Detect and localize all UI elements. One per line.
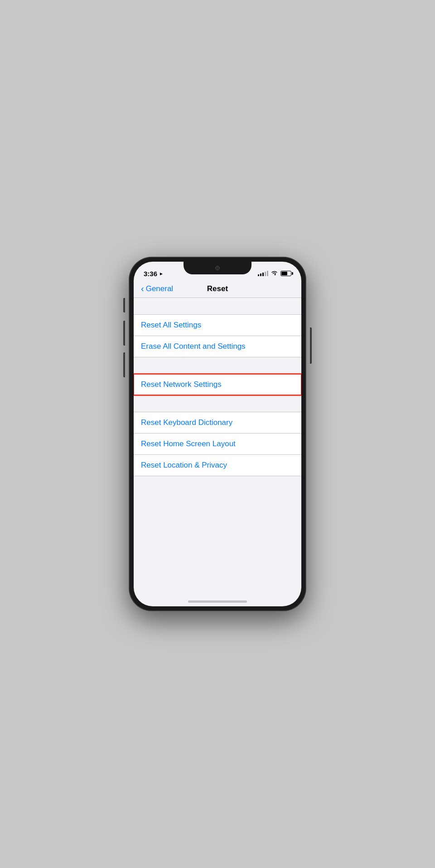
- bottom-padding: [134, 476, 301, 567]
- status-time: 3:36 ►: [144, 270, 164, 278]
- battery-fill: [281, 272, 287, 275]
- front-camera: [215, 266, 220, 270]
- reset-home-screen-layout-label: Reset Home Screen Layout: [141, 439, 236, 448]
- signal-bar-1: [258, 274, 259, 276]
- mute-button[interactable]: [123, 298, 125, 312]
- volume-down-button[interactable]: [123, 352, 125, 377]
- chevron-left-icon: ‹: [141, 283, 144, 294]
- location-icon: ►: [159, 271, 164, 276]
- section-gap-2: [134, 357, 301, 374]
- phone-device: 3:36 ►: [129, 257, 306, 611]
- signal-bar-4: [265, 272, 266, 276]
- reset-network-settings-item[interactable]: Reset Network Settings: [134, 374, 301, 395]
- reset-keyboard-dictionary-label: Reset Keyboard Dictionary: [141, 418, 232, 427]
- settings-section-1: Reset All Settings Erase All Content and…: [134, 314, 301, 357]
- time-display: 3:36: [144, 270, 157, 278]
- settings-section-2: Reset Network Settings: [134, 374, 301, 395]
- notch: [184, 262, 251, 274]
- reset-all-settings-label: Reset All Settings: [141, 321, 201, 329]
- reset-location-privacy-item[interactable]: Reset Location & Privacy: [134, 454, 301, 476]
- volume-up-button[interactable]: [123, 321, 125, 346]
- battery-icon: [280, 271, 291, 276]
- section-gap-top: [134, 298, 301, 314]
- back-button[interactable]: ‹ General: [141, 283, 179, 294]
- home-indicator[interactable]: [188, 600, 247, 603]
- erase-all-content-item[interactable]: Erase All Content and Settings: [134, 336, 301, 357]
- signal-strength: [258, 271, 268, 276]
- reset-all-settings-item[interactable]: Reset All Settings: [134, 315, 301, 336]
- wifi-icon: [271, 270, 278, 277]
- settings-content: Reset All Settings Erase All Content and…: [134, 298, 301, 606]
- navigation-bar: ‹ General Reset: [134, 282, 301, 298]
- erase-all-content-label: Erase All Content and Settings: [141, 342, 246, 351]
- back-label[interactable]: General: [146, 284, 173, 293]
- page-title: Reset: [179, 284, 256, 293]
- section-gap-3: [134, 395, 301, 412]
- signal-bar-3: [262, 273, 264, 276]
- signal-bar-5: [267, 271, 268, 276]
- phone-screen: 3:36 ►: [134, 262, 301, 606]
- power-button[interactable]: [310, 327, 312, 364]
- reset-location-privacy-label: Reset Location & Privacy: [141, 461, 227, 469]
- reset-network-settings-label: Reset Network Settings: [141, 380, 222, 389]
- status-icons: [258, 270, 291, 277]
- reset-keyboard-dictionary-item[interactable]: Reset Keyboard Dictionary: [134, 412, 301, 433]
- settings-section-3: Reset Keyboard Dictionary Reset Home Scr…: [134, 412, 301, 476]
- signal-bar-2: [260, 273, 261, 276]
- reset-home-screen-layout-item[interactable]: Reset Home Screen Layout: [134, 433, 301, 454]
